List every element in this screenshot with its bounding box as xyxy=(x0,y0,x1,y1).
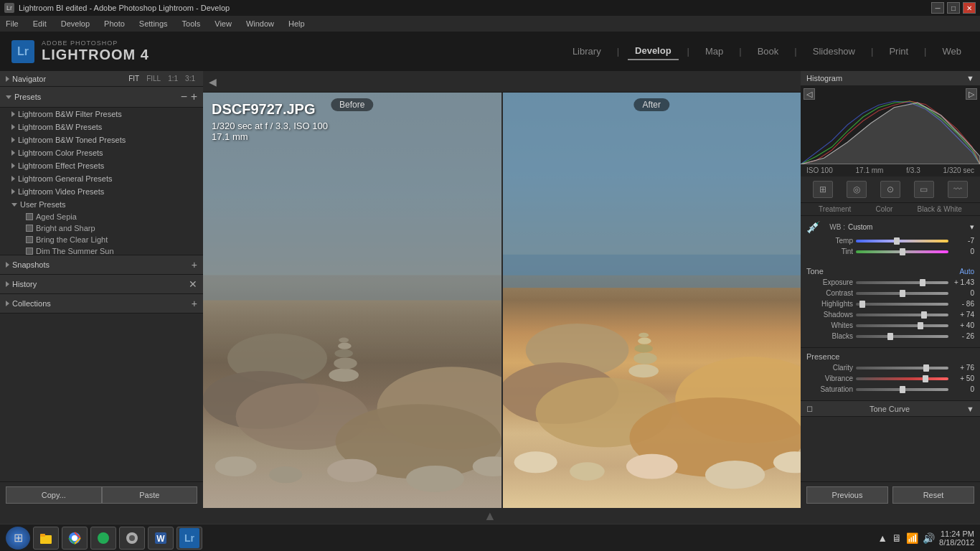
histogram-collapse-icon[interactable]: ▼ xyxy=(966,74,974,83)
preset-group-general-header[interactable]: Lightroom General Presets xyxy=(0,172,203,185)
taskbar-date: 8/18/2012 xyxy=(939,538,974,547)
tint-thumb[interactable] xyxy=(900,248,905,255)
previous-button[interactable]: Previous xyxy=(806,486,888,504)
preset-group-bwtoned-header[interactable]: Lightroom B&W Toned Presets xyxy=(0,133,203,146)
presets-header[interactable]: Presets − + xyxy=(0,87,203,108)
nav-fill[interactable]: FILL xyxy=(144,74,163,83)
preset-item-bring-clear-light[interactable]: Bring the Clear Light xyxy=(0,234,203,245)
copy-button[interactable]: Copy... xyxy=(6,486,102,504)
start-button[interactable]: ⊞ xyxy=(6,527,30,550)
preset-item-bright-sharp[interactable]: Bright and Sharp xyxy=(0,222,203,234)
snapshots-header[interactable]: Snapshots + xyxy=(0,255,203,274)
tone-curve-section: ◻ Tone Curve ▼ xyxy=(801,401,980,417)
reset-button[interactable]: Reset xyxy=(892,486,974,504)
preset-group-video-header[interactable]: Lightroom Video Presets xyxy=(0,185,203,198)
taskbar-lightroom[interactable]: Lr xyxy=(176,527,202,550)
paste-button[interactable]: Paste xyxy=(102,486,198,504)
close-button[interactable]: ✕ xyxy=(963,2,976,14)
histogram-highlight-clipping[interactable]: ▷ xyxy=(966,88,977,100)
tray-volume[interactable]: 🔊 xyxy=(923,532,935,544)
exposure-slider[interactable] xyxy=(856,281,948,284)
module-print[interactable]: Print xyxy=(882,43,915,60)
menu-photo[interactable]: Photo xyxy=(101,18,128,29)
wb-eyedropper[interactable]: 💉 xyxy=(806,220,821,234)
saturation-thumb[interactable] xyxy=(900,386,905,393)
minimize-button[interactable]: ─ xyxy=(931,2,944,14)
preset-item-dim-summer[interactable]: Dim The Summer Sun xyxy=(0,245,203,255)
taskbar-unknown2[interactable] xyxy=(119,527,145,550)
shadows-thumb[interactable] xyxy=(921,311,927,319)
taskbar-chrome[interactable] xyxy=(62,527,88,550)
menu-help[interactable]: Help xyxy=(286,18,308,29)
preset-group-user-header[interactable]: User Presets xyxy=(0,198,203,211)
menu-develop[interactable]: Develop xyxy=(58,18,93,29)
menu-view[interactable]: View xyxy=(212,18,235,29)
exposure-thumb[interactable] xyxy=(920,279,925,286)
nav-3to1[interactable]: 3:1 xyxy=(183,74,197,83)
taskbar-file-explorer[interactable] xyxy=(33,527,59,550)
menu-settings[interactable]: Settings xyxy=(136,18,171,29)
whites-thumb[interactable] xyxy=(918,322,923,329)
nav-fit[interactable]: FIT xyxy=(126,74,141,83)
module-slideshow[interactable]: Slideshow xyxy=(806,43,862,60)
blacks-slider[interactable] xyxy=(856,335,948,338)
temp-slider[interactable] xyxy=(856,240,948,242)
preset-group-bw-header[interactable]: Lightroom B&W Presets xyxy=(0,121,203,133)
tone-curve-header[interactable]: ◻ Tone Curve ▼ xyxy=(801,401,980,416)
shadows-slider[interactable] xyxy=(856,314,948,316)
contrast-label: Contrast xyxy=(806,289,853,297)
clarity-slider[interactable] xyxy=(856,367,948,369)
navigator-header[interactable]: Navigator FIT FILL 1:1 3:1 xyxy=(0,71,203,86)
tone-auto-button[interactable]: Auto xyxy=(959,268,974,276)
menu-tools[interactable]: Tools xyxy=(179,18,204,29)
tray-monitor[interactable]: 🖥 xyxy=(892,532,902,544)
whites-slider[interactable] xyxy=(856,324,948,327)
preset-group-effect-header[interactable]: Lightroom Effect Presets xyxy=(0,159,203,172)
presets-add-button[interactable]: − + xyxy=(181,90,197,103)
contrast-slider[interactable] xyxy=(856,292,948,295)
vibrance-thumb[interactable] xyxy=(923,375,928,382)
snapshots-add-button[interactable]: + xyxy=(192,259,197,270)
taskbar-unknown[interactable] xyxy=(90,527,116,550)
preset-group-color-header[interactable]: Lightroom Color Presets xyxy=(0,146,203,159)
contrast-thumb[interactable] xyxy=(900,290,905,297)
module-develop[interactable]: Develop xyxy=(628,42,679,60)
wb-dropdown[interactable]: ▾ xyxy=(970,222,974,232)
blacks-thumb[interactable] xyxy=(887,333,893,340)
radial-filter-tool[interactable]: 〰 xyxy=(948,181,968,198)
tray-arrow[interactable]: ▲ xyxy=(877,532,887,544)
history-clear-button[interactable]: ✕ xyxy=(189,278,197,290)
highlights-slider[interactable] xyxy=(856,303,948,306)
vibrance-slider[interactable] xyxy=(856,377,948,380)
grad-filter-tool[interactable]: ▭ xyxy=(914,181,934,198)
spot-removal-tool[interactable]: ◎ xyxy=(847,181,867,198)
module-library[interactable]: Library xyxy=(565,43,608,60)
presets-collapse-icon xyxy=(6,95,11,99)
saturation-slider[interactable] xyxy=(856,388,948,391)
collections-header[interactable]: Collections + xyxy=(0,294,203,313)
highlights-thumb[interactable] xyxy=(859,301,865,308)
module-book[interactable]: Book xyxy=(750,43,786,60)
crop-tool[interactable]: ⊞ xyxy=(813,181,833,198)
menu-window[interactable]: Window xyxy=(243,18,277,29)
nav-1to1[interactable]: 1:1 xyxy=(166,74,180,83)
toolbar-arrow-left[interactable]: ◀ xyxy=(209,76,217,88)
histogram-shadow-clipping[interactable]: ◁ xyxy=(804,88,815,100)
menu-file[interactable]: File xyxy=(3,18,22,29)
history-header[interactable]: History ✕ xyxy=(0,275,203,293)
module-web[interactable]: Web xyxy=(936,43,969,60)
redeye-tool[interactable]: ⊙ xyxy=(880,181,900,198)
tray-network[interactable]: 📶 xyxy=(906,532,918,544)
maximize-button[interactable]: □ xyxy=(947,2,960,14)
collections-add-button[interactable]: + xyxy=(192,298,197,309)
module-map[interactable]: Map xyxy=(698,43,730,60)
preset-group-bwfilter-header[interactable]: Lightroom B&W Filter Presets xyxy=(0,108,203,121)
window-controls[interactable]: ─ □ ✕ xyxy=(931,2,976,14)
menu-edit[interactable]: Edit xyxy=(30,18,50,29)
clarity-thumb[interactable] xyxy=(923,364,929,372)
tint-slider[interactable] xyxy=(856,250,948,253)
temp-thumb[interactable] xyxy=(894,237,900,245)
bottom-strip-arrow[interactable]: ▲ xyxy=(484,509,496,524)
taskbar-word[interactable]: W xyxy=(148,527,174,550)
preset-item-aged-sepia[interactable]: Aged Sepia xyxy=(0,211,203,222)
